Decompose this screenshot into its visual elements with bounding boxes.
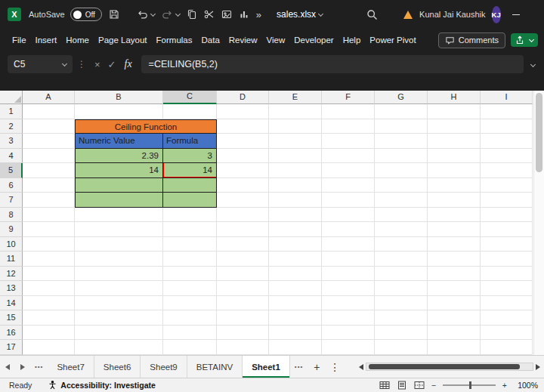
cell-F10[interactable] [322, 237, 375, 252]
cell-H6[interactable] [428, 178, 481, 193]
cell-A1[interactable] [23, 104, 75, 119]
column-header-H[interactable]: H [428, 91, 481, 104]
cell-E4[interactable] [269, 149, 322, 164]
cell-I5[interactable] [481, 163, 533, 178]
cell-D16[interactable] [217, 326, 269, 341]
cell-G13[interactable] [375, 281, 428, 296]
cell-E5[interactable] [269, 163, 322, 178]
cell-D4[interactable] [217, 149, 269, 164]
cell-D6[interactable] [217, 178, 269, 193]
cell-G4[interactable] [375, 149, 428, 164]
cell-H4[interactable] [428, 149, 481, 164]
tab-help[interactable]: Help [338, 32, 366, 48]
cell-I7[interactable] [481, 193, 533, 208]
tab-data[interactable]: Data [197, 32, 224, 48]
cell-B2[interactable]: Ceiling Function [75, 119, 217, 134]
cell-E10[interactable] [269, 237, 322, 252]
cell-F2[interactable] [322, 119, 375, 134]
cell-G12[interactable] [375, 267, 428, 282]
filename-menu[interactable]: sales.xlsx [277, 9, 323, 20]
row-header-7[interactable]: 7 [0, 193, 23, 208]
more-sheets-left-icon[interactable]: ••• [30, 356, 48, 378]
vertical-scrollbar-thumb[interactable] [536, 93, 542, 172]
cell-B15[interactable] [75, 310, 163, 326]
excel-logo-icon[interactable]: X [8, 8, 21, 21]
cell-H8[interactable] [428, 208, 481, 223]
cell-D5[interactable] [217, 163, 269, 178]
column-header-I[interactable]: I [481, 91, 533, 104]
cell-G16[interactable] [375, 326, 428, 341]
cell-D7[interactable] [217, 193, 269, 208]
sheet-nav-prev-icon[interactable] [0, 356, 15, 378]
formula-input[interactable]: =CEILING(B5,2) [141, 55, 524, 73]
cell-F4[interactable] [322, 149, 375, 164]
cell-F5[interactable] [322, 163, 375, 178]
row-header-9[interactable]: 9 [0, 222, 23, 237]
cell-I12[interactable] [481, 267, 533, 282]
cell-C1[interactable] [163, 104, 217, 119]
cell-F12[interactable] [322, 267, 375, 282]
cell-E12[interactable] [269, 267, 322, 282]
row-header-3[interactable]: 3 [0, 134, 23, 149]
cell-I13[interactable] [481, 281, 533, 296]
cell-A13[interactable] [23, 281, 75, 296]
cell-I16[interactable] [481, 326, 533, 341]
cell-I3[interactable] [481, 134, 533, 149]
row-header-4[interactable]: 4 [0, 149, 23, 164]
cell-A10[interactable] [23, 237, 75, 252]
row-header-8[interactable]: 8 [0, 208, 23, 223]
cell-B1[interactable] [75, 104, 163, 119]
autosave-toggle[interactable]: Off [70, 8, 102, 21]
cell-H15[interactable] [428, 310, 481, 326]
cell-C14[interactable] [163, 296, 217, 311]
confirm-entry-icon[interactable]: ✓ [108, 59, 116, 70]
tab-review[interactable]: Review [224, 32, 262, 48]
cell-G2[interactable] [375, 119, 428, 134]
sheet-tab-sheet1-active[interactable]: Sheet1 [243, 356, 290, 378]
accessibility-checker[interactable]: Accessibility: Investigate [48, 381, 155, 390]
cell-I15[interactable] [481, 310, 533, 326]
row-header-16[interactable]: 16 [0, 326, 23, 341]
picture-icon[interactable] [221, 9, 232, 20]
column-header-F[interactable]: F [322, 91, 375, 104]
sheet-options-icon[interactable]: ⋮ [326, 356, 344, 378]
horizontal-scrollbar-track[interactable] [366, 363, 533, 371]
chart-icon[interactable] [239, 9, 249, 20]
cell-A8[interactable] [23, 208, 75, 223]
column-header-B[interactable]: B [75, 91, 163, 104]
tab-insert[interactable]: Insert [31, 32, 62, 48]
cell-D9[interactable] [217, 222, 269, 237]
cell-A3[interactable] [23, 134, 75, 149]
cell-H16[interactable] [428, 326, 481, 341]
cell-F7[interactable] [322, 193, 375, 208]
cell-B4[interactable]: 2.39 [75, 149, 163, 164]
cell-F3[interactable] [322, 134, 375, 149]
tab-formulas[interactable]: Formulas [152, 32, 197, 48]
cell-E8[interactable] [269, 208, 322, 223]
cell-E6[interactable] [269, 178, 322, 193]
column-header-C[interactable]: C [163, 91, 217, 104]
cell-C11[interactable] [163, 252, 217, 267]
new-sheet-button[interactable]: + [308, 356, 326, 378]
cell-E9[interactable] [269, 222, 322, 237]
cell-B14[interactable] [75, 296, 163, 311]
cell-B8[interactable] [75, 208, 163, 223]
zoom-in-icon[interactable]: + [502, 381, 507, 390]
cell-G9[interactable] [375, 222, 428, 237]
cell-H5[interactable] [428, 163, 481, 178]
cell-F11[interactable] [322, 252, 375, 267]
expand-formula-bar-icon[interactable] [530, 61, 536, 66]
cell-E1[interactable] [269, 104, 322, 119]
row-header-2[interactable]: 2 [0, 119, 23, 134]
cell-I4[interactable] [481, 149, 533, 164]
cell-B12[interactable] [75, 267, 163, 282]
cell-F16[interactable] [322, 326, 375, 341]
cell-C10[interactable] [163, 237, 217, 252]
minimize-button[interactable] [501, 0, 532, 29]
tab-power-pivot[interactable]: Power Pivot [365, 32, 420, 48]
cell-A5[interactable] [23, 163, 75, 178]
cell-D12[interactable] [217, 267, 269, 282]
cell-G11[interactable] [375, 252, 428, 267]
column-header-G[interactable]: G [375, 91, 428, 104]
tab-page-layout[interactable]: Page Layout [94, 32, 152, 48]
